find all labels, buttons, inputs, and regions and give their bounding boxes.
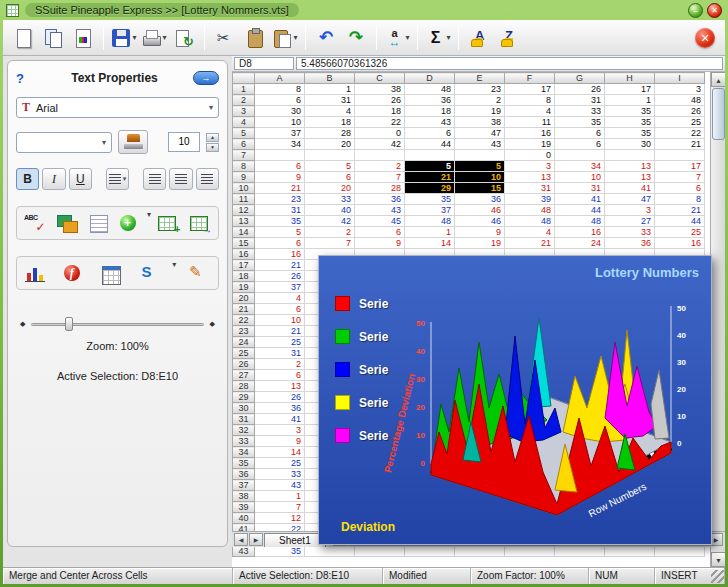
row-header-28[interactable]: 28 xyxy=(233,381,255,392)
undo-button[interactable] xyxy=(312,23,340,53)
zoom-out-icon[interactable]: ◆ xyxy=(20,320,25,328)
currency-format-button[interactable] xyxy=(134,260,164,286)
cell-D4[interactable]: 43 xyxy=(405,117,455,128)
cell-H9[interactable]: 13 xyxy=(605,172,655,183)
font-family-select[interactable]: T Arial ▾ xyxy=(16,97,219,118)
minimize-button[interactable]: – xyxy=(688,3,703,18)
row-header-35[interactable]: 35 xyxy=(233,458,255,469)
dropdown-arrow-icon[interactable]: ▾ xyxy=(293,33,297,42)
chevron-down-icon[interactable]: ▾ xyxy=(172,260,176,286)
cell-D3[interactable]: 18 xyxy=(405,106,455,117)
cell-A17[interactable]: 21 xyxy=(255,260,305,271)
cell-F1[interactable]: 17 xyxy=(505,84,555,95)
cell-D7[interactable] xyxy=(405,150,455,161)
cell-D11[interactable]: 35 xyxy=(405,194,455,205)
function-button[interactable] xyxy=(59,260,89,286)
cell-A15[interactable]: 6 xyxy=(255,238,305,249)
cell-F15[interactable]: 21 xyxy=(505,238,555,249)
cell-C1[interactable]: 38 xyxy=(355,84,405,95)
cell-E8[interactable]: 5 xyxy=(455,161,505,172)
cell-D9[interactable]: 21 xyxy=(405,172,455,183)
cell-I8[interactable]: 17 xyxy=(655,161,705,172)
cell-A1[interactable]: 8 xyxy=(255,84,305,95)
cell-I4[interactable]: 25 xyxy=(655,117,705,128)
align-justify-button[interactable] xyxy=(196,168,219,190)
cell-F13[interactable]: 48 xyxy=(505,216,555,227)
cell-A31[interactable]: 41 xyxy=(255,414,305,425)
row-header-26[interactable]: 26 xyxy=(233,359,255,370)
exit-button[interactable] xyxy=(691,23,719,53)
cell-E11[interactable]: 36 xyxy=(455,194,505,205)
cell-D6[interactable]: 44 xyxy=(405,139,455,150)
row-header-21[interactable]: 21 xyxy=(233,304,255,315)
row-header-31[interactable]: 31 xyxy=(233,414,255,425)
cell-A34[interactable]: 14 xyxy=(255,447,305,458)
insert-cells-button[interactable] xyxy=(154,210,183,236)
row-header-43[interactable]: 43 xyxy=(233,546,255,557)
cell-F8[interactable]: 3 xyxy=(505,161,555,172)
cell-B10[interactable]: 20 xyxy=(305,183,355,194)
row-header-5[interactable]: 5 xyxy=(233,128,255,139)
cell-A25[interactable]: 31 xyxy=(255,348,305,359)
cell-C12[interactable]: 43 xyxy=(355,205,405,216)
export-button[interactable] xyxy=(170,23,198,53)
cell-B14[interactable]: 2 xyxy=(305,227,355,238)
sum-button[interactable]: ▾ xyxy=(424,23,452,53)
notes-button[interactable] xyxy=(84,210,113,236)
cell-F10[interactable]: 31 xyxy=(505,183,555,194)
cell-reference-box[interactable]: D8 xyxy=(234,57,294,70)
cell-A3[interactable]: 30 xyxy=(255,106,305,117)
cell-H14[interactable]: 33 xyxy=(605,227,655,238)
cell-B43[interactable] xyxy=(305,546,355,557)
cell-H7[interactable] xyxy=(605,150,655,161)
cell-A14[interactable]: 5 xyxy=(255,227,305,238)
dropdown-arrow-icon[interactable]: ▾ xyxy=(446,33,450,42)
window-resize-grip[interactable] xyxy=(711,570,724,583)
cell-G12[interactable]: 44 xyxy=(555,205,605,216)
cell-B8[interactable]: 5 xyxy=(305,161,355,172)
row-header-1[interactable]: 1 xyxy=(233,84,255,95)
column-header-C[interactable]: C xyxy=(355,73,405,84)
cell-B11[interactable]: 33 xyxy=(305,194,355,205)
save-button[interactable]: ▾ xyxy=(110,23,138,53)
cell-H8[interactable]: 13 xyxy=(605,161,655,172)
cell-A24[interactable]: 25 xyxy=(255,337,305,348)
cell-I9[interactable]: 7 xyxy=(655,172,705,183)
cell-A22[interactable]: 10 xyxy=(255,315,305,326)
cell-H2[interactable]: 1 xyxy=(605,95,655,106)
row-header-20[interactable]: 20 xyxy=(233,293,255,304)
cell-H3[interactable]: 35 xyxy=(605,106,655,117)
cell-E1[interactable]: 23 xyxy=(455,84,505,95)
panel-collapse-button[interactable]: → xyxy=(193,71,219,85)
clipboard-button[interactable] xyxy=(241,23,269,53)
row-header-4[interactable]: 4 xyxy=(233,117,255,128)
spellcheck-button[interactable] xyxy=(21,210,50,236)
row-header-2[interactable]: 2 xyxy=(233,95,255,106)
spin-down-icon[interactable]: ▼ xyxy=(206,143,219,152)
cell-H12[interactable]: 3 xyxy=(605,205,655,216)
row-header-9[interactable]: 9 xyxy=(233,172,255,183)
cell-B1[interactable]: 1 xyxy=(305,84,355,95)
cell-I2[interactable]: 48 xyxy=(655,95,705,106)
fit-text-button[interactable]: ▾ xyxy=(383,23,411,53)
cell-H5[interactable]: 35 xyxy=(605,128,655,139)
row-header-11[interactable]: 11 xyxy=(233,194,255,205)
cell-H6[interactable]: 30 xyxy=(605,139,655,150)
dropdown-arrow-icon[interactable]: ▾ xyxy=(162,33,166,42)
cell-E3[interactable]: 19 xyxy=(455,106,505,117)
row-header-12[interactable]: 12 xyxy=(233,205,255,216)
cell-A40[interactable]: 12 xyxy=(255,513,305,524)
cell-A20[interactable]: 4 xyxy=(255,293,305,304)
cell-D14[interactable]: 1 xyxy=(405,227,455,238)
cell-E12[interactable]: 46 xyxy=(455,205,505,216)
column-header-A[interactable]: A xyxy=(255,73,305,84)
cell-A32[interactable]: 3 xyxy=(255,425,305,436)
cell-B2[interactable]: 31 xyxy=(305,95,355,106)
cell-H4[interactable]: 35 xyxy=(605,117,655,128)
help-button[interactable]: ? xyxy=(16,71,36,86)
font-color-select[interactable]: ▾ xyxy=(16,132,112,153)
cell-I6[interactable]: 21 xyxy=(655,139,705,150)
column-header-I[interactable]: I xyxy=(655,73,705,84)
cell-G6[interactable]: 6 xyxy=(555,139,605,150)
row-header-16[interactable]: 16 xyxy=(233,249,255,260)
